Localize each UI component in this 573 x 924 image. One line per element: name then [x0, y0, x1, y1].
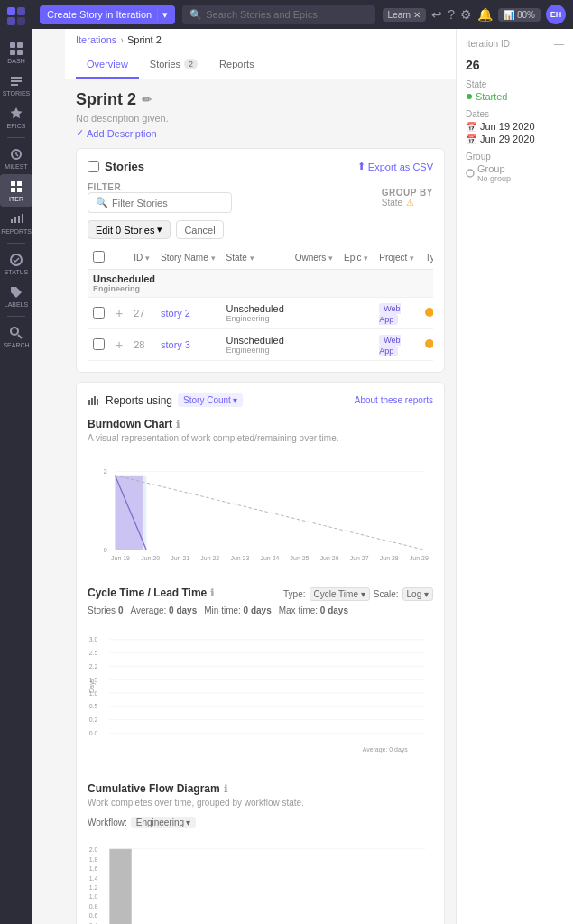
rs-date-start: 📅 Jun 19 2020	[466, 121, 564, 132]
burndown-description: A visual representation of work complete…	[88, 433, 433, 443]
tab-stories[interactable]: Stories 2	[139, 51, 208, 79]
story-type-dot-27	[425, 308, 433, 317]
about-reports-link[interactable]: About these reports	[355, 395, 433, 405]
sidebar-item-search-label: SEARCH	[3, 342, 29, 348]
group-name: Unscheduled	[93, 273, 155, 284]
search-bar[interactable]: 🔍	[182, 5, 374, 24]
sidebar: DASH STORIES EPICS MILEST ITER REPORTS S…	[0, 0, 32, 924]
col-owners[interactable]: Owners ▾	[290, 246, 338, 270]
story-link-27[interactable]: story 2	[161, 308, 190, 319]
svg-text:0.8: 0.8	[89, 903, 98, 910]
sidebar-item-stories[interactable]: STORIES	[0, 69, 32, 101]
svg-text:Jun 22: Jun 22	[200, 555, 219, 561]
workflow-chevron: ▾	[186, 818, 190, 827]
stories-table: ID ▾ Story Name ▾ State ▾ Owners ▾ Epic …	[88, 246, 433, 361]
svg-text:1.4: 1.4	[89, 875, 98, 882]
tab-overview[interactable]: Overview	[76, 51, 139, 79]
sidebar-item-epics[interactable]: EPICS	[0, 101, 32, 134]
settings-icon[interactable]: ⚙	[460, 7, 472, 22]
add-story-icon-28[interactable]: +	[116, 337, 123, 352]
svg-point-70	[467, 170, 474, 177]
breadcrumb-parent[interactable]: Iterations	[76, 34, 116, 45]
svg-text:Jun 25: Jun 25	[291, 555, 310, 561]
story-link-28[interactable]: story 3	[161, 339, 190, 350]
rs-group-field: Group Group No group	[466, 152, 564, 183]
main-content: Iterations › Sprint 2 Overview Stories 2…	[65, 29, 456, 924]
burndown-title: Burndown Chart	[88, 418, 172, 430]
sidebar-item-status[interactable]: STATUS	[0, 247, 32, 280]
create-dropdown-icon[interactable]: ▾	[157, 9, 168, 21]
breadcrumb-current: Sprint 2	[127, 34, 162, 45]
sidebar-item-reports[interactable]: REPORTS	[0, 207, 32, 239]
sidebar-item-search[interactable]: SEARCH	[0, 320, 32, 353]
col-id[interactable]: ID ▾	[128, 246, 155, 270]
col-state[interactable]: State ▾	[221, 246, 290, 270]
sidebar-item-iterations[interactable]: ITER	[0, 174, 32, 207]
row-checkbox-27[interactable]	[93, 307, 105, 319]
burndown-info-icon[interactable]: ℹ	[176, 419, 180, 430]
sidebar-divider-1	[7, 137, 25, 138]
learn-badge[interactable]: Learn ✕	[383, 8, 427, 22]
story-project-28: Web App	[374, 329, 420, 361]
search-input[interactable]	[206, 9, 367, 20]
group-by-control[interactable]: State ⚠	[382, 198, 433, 208]
filter-search-icon: 🔍	[96, 197, 108, 208]
create-story-button[interactable]: Create Story in Iteration ▾	[40, 5, 175, 24]
col-epic[interactable]: Epic ▾	[338, 246, 374, 270]
project-tag-28[interactable]: Web App	[379, 335, 400, 356]
filter-input-wrapper[interactable]: 🔍	[88, 192, 232, 213]
cycle-info-icon[interactable]: ℹ	[210, 587, 214, 599]
svg-text:2: 2	[103, 467, 106, 476]
svg-text:Jun 28: Jun 28	[380, 555, 399, 561]
svg-text:0.6: 0.6	[89, 912, 98, 919]
cancel-button[interactable]: Cancel	[176, 220, 223, 239]
cycle-type-scale: Type: Cycle Time ▾ Scale: Log ▾	[283, 587, 433, 601]
cycle-type-select[interactable]: Cycle Time ▾	[310, 587, 370, 601]
sidebar-item-labels[interactable]: LABELS	[0, 280, 32, 312]
edit-sprint-icon[interactable]: ✏	[142, 93, 152, 106]
svg-text:Jun 19: Jun 19	[111, 555, 130, 561]
tab-reports[interactable]: Reports	[208, 51, 265, 79]
row-checkbox-28[interactable]	[93, 338, 105, 350]
help-icon[interactable]: ?	[448, 7, 455, 22]
filter-stories-input[interactable]	[112, 198, 224, 208]
sidebar-item-epics-label: EPICS	[6, 123, 25, 129]
checkmark-icon: ✓	[76, 127, 84, 139]
edit-stories-label: Edit 0 Stories	[96, 225, 154, 236]
create-story-label: Create Story in Iteration	[47, 9, 152, 20]
cfd-info-icon[interactable]: ℹ	[224, 783, 227, 795]
col-project[interactable]: Project ▾	[374, 246, 420, 270]
filter-label: FILTER	[88, 182, 232, 192]
sidebar-item-dashboard[interactable]: DASH	[0, 36, 32, 69]
col-type[interactable]: Type ▾	[420, 246, 433, 270]
sidebar-item-milestones-label: MILEST	[5, 163, 27, 170]
story-type-dot-28	[425, 339, 433, 348]
logo[interactable]	[4, 4, 29, 29]
edit-stories-button[interactable]: Edit 0 Stories ▾	[88, 220, 171, 239]
stories-section: Stories ⬆ Export as CSV FILTER 🔍 GROUP B…	[76, 148, 445, 373]
learn-label: Learn	[388, 10, 411, 20]
col-story-name[interactable]: Story Name ▾	[155, 246, 221, 270]
project-tag-27[interactable]: Web App	[379, 303, 400, 325]
cycle-scale-select[interactable]: Log ▾	[402, 587, 433, 601]
story-count-label: Story Count	[183, 395, 231, 405]
learn-close-icon[interactable]: ✕	[413, 10, 421, 20]
thead-checkbox[interactable]	[93, 251, 105, 263]
select-all-checkbox[interactable]	[88, 161, 99, 172]
add-description-button[interactable]: ✓ Add Description	[76, 127, 445, 139]
story-count-badge[interactable]: Story Count ▾	[178, 393, 243, 407]
edit-dropdown-icon: ▾	[157, 224, 162, 236]
notifications-icon[interactable]: 🔔	[477, 7, 493, 22]
add-story-icon[interactable]: +	[116, 306, 123, 320]
export-csv-button[interactable]: ⬆ Export as CSV	[357, 161, 433, 172]
sidebar-item-milestones[interactable]: MILEST	[0, 142, 32, 174]
workflow-select[interactable]: Engineering ▾	[131, 817, 196, 828]
progress-badge[interactable]: 📊 80%	[498, 8, 541, 22]
svg-rect-6	[10, 50, 15, 55]
avatar[interactable]: EH	[546, 5, 566, 24]
breadcrumb-separator: ›	[120, 34, 124, 45]
sidebar-item-labels-label: LABELS	[5, 301, 28, 308]
svg-text:Jun 26: Jun 26	[320, 555, 339, 561]
back-icon[interactable]: ↩	[431, 7, 442, 22]
rs-collapse-icon[interactable]: —	[554, 38, 564, 49]
